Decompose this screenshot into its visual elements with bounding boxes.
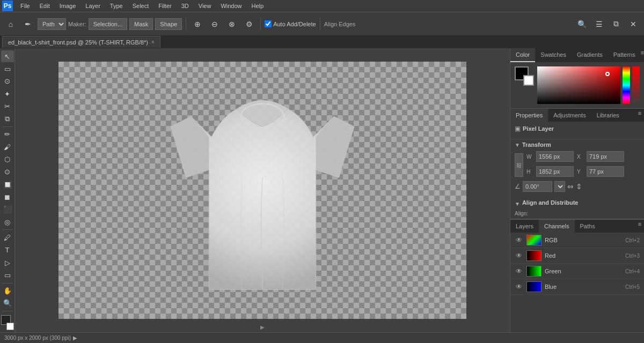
- w-input[interactable]: [536, 151, 574, 162]
- channel-red-eye[interactable]: 👁: [515, 251, 523, 260]
- search-btn[interactable]: 🔍: [574, 17, 589, 32]
- channel-red-name: Red: [545, 252, 622, 259]
- auto-add-delete-label[interactable]: Auto Add/Delete: [265, 20, 316, 27]
- flip-v-icon[interactable]: ⇕: [576, 182, 582, 191]
- angle-dropdown[interactable]: ▼: [554, 181, 565, 192]
- properties-panel: Properties Adjustments Libraries ≡ ▣ Pix…: [510, 109, 644, 220]
- opacity-slider[interactable]: [632, 66, 640, 104]
- menu-layer[interactable]: Layer: [81, 2, 105, 10]
- crop-tool-btn[interactable]: ✂: [1, 100, 14, 112]
- menu-file[interactable]: File: [16, 2, 34, 10]
- view-extras-btn[interactable]: ⧉: [609, 17, 624, 32]
- menu-filter[interactable]: Filter: [154, 2, 175, 10]
- menu-view[interactable]: View: [194, 2, 216, 10]
- transform-header[interactable]: ▼ Transform: [515, 141, 640, 148]
- healing-tool-btn[interactable]: ✏: [1, 129, 14, 140]
- angle-input[interactable]: [523, 181, 552, 192]
- h-input[interactable]: [536, 166, 574, 177]
- menu-type[interactable]: Type: [106, 2, 127, 10]
- y-input[interactable]: [587, 166, 624, 177]
- tab-libraries[interactable]: Libraries: [591, 109, 625, 122]
- workspaces-btn[interactable]: ☰: [591, 17, 606, 32]
- auto-add-delete-checkbox[interactable]: [265, 20, 272, 27]
- layers-panel-collapse[interactable]: ≡: [635, 220, 644, 228]
- tab-swatches[interactable]: Swatches: [535, 48, 572, 62]
- properties-panel-collapse[interactable]: ≡: [635, 109, 644, 117]
- menu-window[interactable]: Window: [216, 2, 246, 10]
- canvas-area[interactable]: ▶: [15, 48, 510, 332]
- options-toolbar: ⌂ ✒ Path Maker: Selection... Mask Shape …: [0, 12, 644, 35]
- shape-tool-btn[interactable]: ▭: [1, 269, 14, 281]
- file-tab[interactable]: ed_black_t-shirt_front.psd @ 25% (T-SHIR…: [2, 36, 160, 48]
- move-tool-btn[interactable]: ↖: [1, 50, 14, 62]
- menu-select[interactable]: Select: [128, 2, 153, 10]
- tab-paths[interactable]: Paths: [575, 220, 601, 233]
- align-header[interactable]: ▼ Align and Distribute: [515, 199, 640, 208]
- blur-tool-btn[interactable]: ⬛: [1, 204, 14, 215]
- path-select-tool-btn[interactable]: ▷: [1, 257, 14, 269]
- tab-patterns[interactable]: Patterns: [608, 48, 641, 62]
- history-brush-btn[interactable]: ⊙: [1, 166, 14, 178]
- hue-slider[interactable]: [623, 66, 630, 104]
- pen-tool-btn[interactable]: 🖊: [1, 232, 14, 243]
- pixel-layer-label: Pixel Layer: [523, 125, 554, 132]
- menu-edit[interactable]: Edit: [35, 2, 54, 10]
- menu-help[interactable]: Help: [247, 2, 268, 10]
- background-color-swatch[interactable]: [6, 323, 14, 330]
- eraser-tool-btn[interactable]: 🔲: [1, 178, 14, 190]
- quick-select-tool-btn[interactable]: ✦: [1, 88, 14, 100]
- background-color-picker[interactable]: [523, 75, 534, 86]
- menu-3d[interactable]: 3D: [177, 2, 193, 10]
- tshirt-svg: [160, 75, 364, 305]
- channel-blue-row[interactable]: 👁 Blue Ctrl+5: [510, 279, 644, 295]
- lasso-tool-btn[interactable]: ⊙: [1, 76, 14, 87]
- color-panel: Color Swatches Gradients Patterns ≡: [510, 48, 644, 109]
- color-panel-collapse[interactable]: ≡: [641, 48, 644, 57]
- tab-layers[interactable]: Layers: [510, 220, 539, 233]
- channel-blue-name: Blue: [545, 284, 622, 290]
- align-section: ▼ Align and Distribute Align:: [510, 197, 644, 219]
- hand-tool-btn[interactable]: ✋: [1, 285, 14, 296]
- transform-section: ▼ Transform ⛓ W X H: [510, 139, 644, 197]
- toolbox: ↖ ▭ ⊙ ✦ ✂ ⧉ ✏ 🖌 ⬡ ⊙ 🔲 ◼ ⬛ ◎ 🖊 T ▷ ▭ ✋ 🔍: [0, 48, 15, 332]
- dodge-tool-btn[interactable]: ◎: [1, 216, 14, 228]
- channel-red-row[interactable]: 👁 Red Ctrl+3: [510, 248, 644, 264]
- x-input[interactable]: [587, 151, 624, 162]
- tab-gradients[interactable]: Gradients: [572, 48, 608, 62]
- zoom-tool-btn[interactable]: 🔍: [1, 297, 14, 309]
- channel-rgb-row[interactable]: 👁 RGB Ctrl+2: [510, 233, 644, 248]
- channel-blue-thumb: [526, 281, 541, 292]
- channel-rgb-eye[interactable]: 👁: [515, 236, 523, 244]
- tab-close-btn[interactable]: ×: [151, 39, 155, 45]
- toolbar-home-btn[interactable]: ⌂: [3, 17, 18, 32]
- brush-tool-btn[interactable]: 🖌: [1, 141, 14, 153]
- combine-btn[interactable]: ⊕: [190, 17, 205, 32]
- color-gradient-area[interactable]: [537, 66, 620, 104]
- gradient-tool-btn[interactable]: ◼: [1, 191, 14, 203]
- marquee-tool-btn[interactable]: ▭: [1, 63, 14, 74]
- channel-green-row[interactable]: 👁 Green Ctrl+4: [510, 264, 644, 279]
- text-tool-btn[interactable]: T: [1, 244, 14, 256]
- tab-channels[interactable]: Channels: [539, 220, 574, 233]
- intersect-btn[interactable]: ⊗: [224, 17, 239, 32]
- tab-properties[interactable]: Properties: [510, 109, 548, 122]
- toolbar-pen-btn[interactable]: ✒: [20, 17, 35, 32]
- settings-btn[interactable]: ⚙: [241, 17, 257, 32]
- eyedropper-tool-btn[interactable]: ⧉: [1, 113, 14, 125]
- channel-green-eye[interactable]: 👁: [515, 267, 523, 275]
- shape-btn[interactable]: Shape: [155, 18, 182, 30]
- transform-link-icon[interactable]: ⛓: [515, 153, 523, 177]
- path-mode-select[interactable]: Path: [38, 18, 66, 30]
- close-ps-btn[interactable]: ✕: [626, 17, 641, 32]
- channel-blue-eye[interactable]: 👁: [515, 282, 523, 291]
- tab-color[interactable]: Color: [510, 48, 535, 62]
- angle-icon: ∠: [515, 183, 521, 190]
- flip-h-icon[interactable]: ⇔: [567, 182, 574, 191]
- tab-adjustments[interactable]: Adjustments: [548, 109, 591, 122]
- menu-image[interactable]: Image: [55, 2, 80, 10]
- clone-tool-btn[interactable]: ⬡: [1, 153, 14, 165]
- subtract-btn[interactable]: ⊖: [207, 17, 222, 32]
- align-label: Align:: [515, 211, 528, 217]
- maker-btn[interactable]: Selection...: [89, 18, 127, 30]
- mask-btn[interactable]: Mask: [129, 18, 153, 30]
